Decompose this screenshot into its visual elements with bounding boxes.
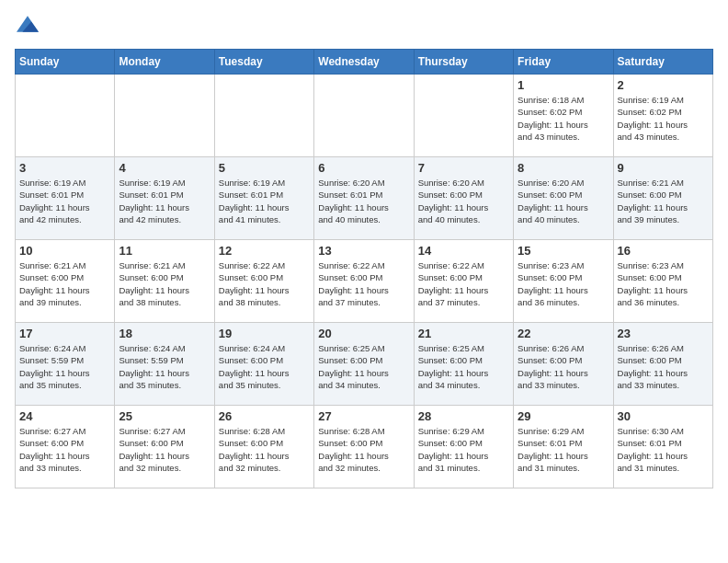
calendar-day-cell: 1Sunrise: 6:18 AM Sunset: 6:02 PM Daylig… <box>514 75 613 157</box>
calendar-day-cell <box>314 75 414 157</box>
day-number: 24 <box>19 409 110 423</box>
day-info: Sunrise: 6:28 AM Sunset: 6:00 PM Dayligh… <box>318 425 409 474</box>
calendar-day-cell: 27Sunrise: 6:28 AM Sunset: 6:00 PM Dayli… <box>314 406 414 488</box>
day-info: Sunrise: 6:29 AM Sunset: 6:01 PM Dayligh… <box>518 425 609 474</box>
logo-icon <box>17 15 39 33</box>
day-number: 5 <box>219 161 310 175</box>
weekday-header-row: SundayMondayTuesdayWednesdayThursdayFrid… <box>16 50 713 75</box>
calendar-day-cell: 10Sunrise: 6:21 AM Sunset: 6:00 PM Dayli… <box>16 240 115 323</box>
day-info: Sunrise: 6:29 AM Sunset: 6:00 PM Dayligh… <box>418 425 509 474</box>
calendar-day-cell: 3Sunrise: 6:19 AM Sunset: 6:01 PM Daylig… <box>16 157 115 240</box>
day-info: Sunrise: 6:20 AM Sunset: 6:01 PM Dayligh… <box>318 177 409 225</box>
day-number: 26 <box>219 409 310 423</box>
calendar-day-cell: 16Sunrise: 6:23 AM Sunset: 6:00 PM Dayli… <box>613 240 712 323</box>
day-number: 9 <box>618 161 709 175</box>
day-number: 4 <box>119 161 210 175</box>
calendar-day-cell: 19Sunrise: 6:24 AM Sunset: 6:00 PM Dayli… <box>214 323 313 406</box>
calendar-day-cell: 28Sunrise: 6:29 AM Sunset: 6:00 PM Dayli… <box>414 406 513 488</box>
day-info: Sunrise: 6:30 AM Sunset: 6:01 PM Dayligh… <box>618 425 709 474</box>
calendar-body: 1Sunrise: 6:18 AM Sunset: 6:02 PM Daylig… <box>16 75 713 488</box>
day-number: 30 <box>618 409 709 423</box>
day-number: 8 <box>518 161 609 175</box>
calendar-day-cell: 4Sunrise: 6:19 AM Sunset: 6:01 PM Daylig… <box>115 157 214 240</box>
day-info: Sunrise: 6:26 AM Sunset: 6:00 PM Dayligh… <box>618 342 709 391</box>
day-info: Sunrise: 6:25 AM Sunset: 6:00 PM Dayligh… <box>418 342 509 391</box>
calendar-day-cell: 18Sunrise: 6:24 AM Sunset: 5:59 PM Dayli… <box>115 323 214 406</box>
day-number: 19 <box>219 327 310 340</box>
day-number: 13 <box>318 244 409 258</box>
calendar-day-cell <box>16 75 115 157</box>
day-info: Sunrise: 6:20 AM Sunset: 6:00 PM Dayligh… <box>518 177 609 225</box>
page-header <box>15 15 713 38</box>
calendar-day-cell: 23Sunrise: 6:26 AM Sunset: 6:00 PM Dayli… <box>613 323 712 406</box>
calendar-day-cell: 22Sunrise: 6:26 AM Sunset: 6:00 PM Dayli… <box>514 323 613 406</box>
day-number: 6 <box>318 161 409 175</box>
calendar-week-row: 3Sunrise: 6:19 AM Sunset: 6:01 PM Daylig… <box>16 157 713 240</box>
calendar-day-cell: 26Sunrise: 6:28 AM Sunset: 6:00 PM Dayli… <box>214 406 313 488</box>
calendar-day-cell: 6Sunrise: 6:20 AM Sunset: 6:01 PM Daylig… <box>314 157 414 240</box>
day-number: 22 <box>518 327 609 340</box>
day-info: Sunrise: 6:21 AM Sunset: 6:00 PM Dayligh… <box>618 177 709 225</box>
day-number: 17 <box>19 327 110 340</box>
logo <box>15 15 42 38</box>
day-number: 7 <box>418 161 509 175</box>
calendar-week-row: 24Sunrise: 6:27 AM Sunset: 6:00 PM Dayli… <box>16 406 713 488</box>
calendar-day-cell: 13Sunrise: 6:22 AM Sunset: 6:00 PM Dayli… <box>314 240 414 323</box>
day-info: Sunrise: 6:25 AM Sunset: 6:00 PM Dayligh… <box>318 342 409 391</box>
day-number: 3 <box>19 161 110 175</box>
calendar-day-cell: 9Sunrise: 6:21 AM Sunset: 6:00 PM Daylig… <box>613 157 712 240</box>
day-number: 14 <box>418 244 509 258</box>
calendar-header: SundayMondayTuesdayWednesdayThursdayFrid… <box>16 50 713 75</box>
day-number: 2 <box>618 78 709 92</box>
day-info: Sunrise: 6:18 AM Sunset: 6:02 PM Dayligh… <box>518 94 609 143</box>
calendar-day-cell: 21Sunrise: 6:25 AM Sunset: 6:00 PM Dayli… <box>414 323 513 406</box>
day-info: Sunrise: 6:23 AM Sunset: 6:00 PM Dayligh… <box>618 259 709 308</box>
day-number: 28 <box>418 409 509 423</box>
day-info: Sunrise: 6:20 AM Sunset: 6:00 PM Dayligh… <box>418 177 509 225</box>
day-number: 21 <box>418 327 509 340</box>
weekday-header-thursday: Thursday <box>414 50 513 75</box>
calendar-day-cell <box>214 75 313 157</box>
day-info: Sunrise: 6:24 AM Sunset: 5:59 PM Dayligh… <box>19 342 110 391</box>
calendar-day-cell: 20Sunrise: 6:25 AM Sunset: 6:00 PM Dayli… <box>314 323 414 406</box>
calendar-day-cell: 24Sunrise: 6:27 AM Sunset: 6:00 PM Dayli… <box>16 406 115 488</box>
day-info: Sunrise: 6:27 AM Sunset: 6:00 PM Dayligh… <box>119 425 210 474</box>
day-number: 23 <box>618 327 709 340</box>
calendar-day-cell: 2Sunrise: 6:19 AM Sunset: 6:02 PM Daylig… <box>613 75 712 157</box>
day-info: Sunrise: 6:23 AM Sunset: 6:00 PM Dayligh… <box>518 259 609 308</box>
day-info: Sunrise: 6:19 AM Sunset: 6:01 PM Dayligh… <box>19 177 110 225</box>
weekday-header-tuesday: Tuesday <box>214 50 313 75</box>
day-info: Sunrise: 6:22 AM Sunset: 6:00 PM Dayligh… <box>219 259 310 308</box>
weekday-header-monday: Monday <box>115 50 214 75</box>
calendar-table: SundayMondayTuesdayWednesdayThursdayFrid… <box>15 49 713 488</box>
day-info: Sunrise: 6:22 AM Sunset: 6:00 PM Dayligh… <box>418 259 509 308</box>
day-number: 12 <box>219 244 310 258</box>
day-info: Sunrise: 6:26 AM Sunset: 6:00 PM Dayligh… <box>518 342 609 391</box>
day-number: 1 <box>518 78 609 92</box>
day-number: 18 <box>119 327 210 340</box>
weekday-header-friday: Friday <box>514 50 613 75</box>
calendar-day-cell: 17Sunrise: 6:24 AM Sunset: 5:59 PM Dayli… <box>16 323 115 406</box>
day-info: Sunrise: 6:27 AM Sunset: 6:00 PM Dayligh… <box>19 425 110 474</box>
day-info: Sunrise: 6:28 AM Sunset: 6:00 PM Dayligh… <box>219 425 310 474</box>
calendar-week-row: 10Sunrise: 6:21 AM Sunset: 6:00 PM Dayli… <box>16 240 713 323</box>
day-info: Sunrise: 6:24 AM Sunset: 6:00 PM Dayligh… <box>219 342 310 391</box>
day-number: 16 <box>618 244 709 258</box>
calendar-day-cell: 30Sunrise: 6:30 AM Sunset: 6:01 PM Dayli… <box>613 406 712 488</box>
weekday-header-saturday: Saturday <box>613 50 712 75</box>
calendar-day-cell: 25Sunrise: 6:27 AM Sunset: 6:00 PM Dayli… <box>115 406 214 488</box>
day-number: 11 <box>119 244 210 258</box>
calendar-day-cell: 12Sunrise: 6:22 AM Sunset: 6:00 PM Dayli… <box>214 240 313 323</box>
calendar-day-cell: 8Sunrise: 6:20 AM Sunset: 6:00 PM Daylig… <box>514 157 613 240</box>
day-number: 27 <box>318 409 409 423</box>
weekday-header-wednesday: Wednesday <box>314 50 414 75</box>
day-info: Sunrise: 6:19 AM Sunset: 6:02 PM Dayligh… <box>618 94 709 143</box>
calendar-day-cell: 11Sunrise: 6:21 AM Sunset: 6:00 PM Dayli… <box>115 240 214 323</box>
calendar-week-row: 1Sunrise: 6:18 AM Sunset: 6:02 PM Daylig… <box>16 75 713 157</box>
day-info: Sunrise: 6:19 AM Sunset: 6:01 PM Dayligh… <box>219 177 310 225</box>
day-info: Sunrise: 6:19 AM Sunset: 6:01 PM Dayligh… <box>119 177 210 225</box>
day-info: Sunrise: 6:22 AM Sunset: 6:00 PM Dayligh… <box>318 259 409 308</box>
day-number: 15 <box>518 244 609 258</box>
day-info: Sunrise: 6:24 AM Sunset: 5:59 PM Dayligh… <box>119 342 210 391</box>
day-info: Sunrise: 6:21 AM Sunset: 6:00 PM Dayligh… <box>119 259 210 308</box>
